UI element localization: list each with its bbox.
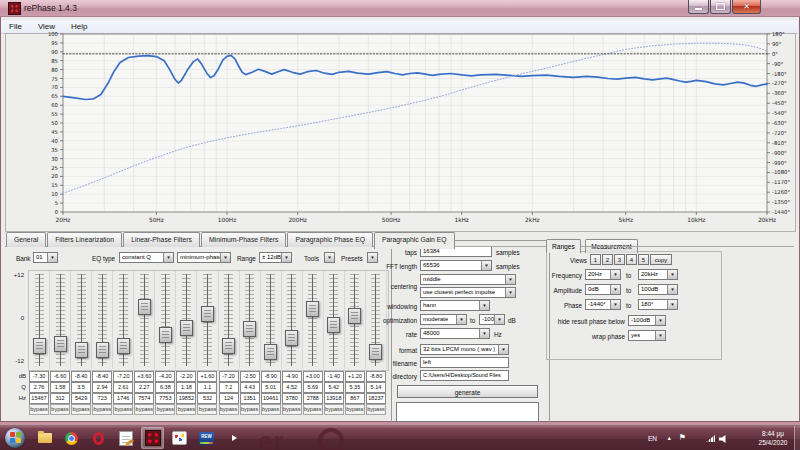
frequency-from-select[interactable]: 20Hz▼ <box>585 269 621 280</box>
eq-gain-slider-handle[interactable] <box>327 317 340 333</box>
bank-select[interactable]: 01▼ <box>33 252 58 263</box>
start-button[interactable] <box>5 428 25 448</box>
response-chart[interactable]: 0510152025303540455055606570758085909510… <box>2 32 798 232</box>
eq-bypass-toggle[interactable]: bypass <box>303 404 323 415</box>
eq-q-value[interactable]: 1.1 <box>197 382 217 393</box>
taskbar-paint[interactable] <box>168 427 191 449</box>
eq-q-value[interactable]: 5.14 <box>366 382 386 393</box>
eq-bypass-toggle[interactable]: bypass <box>261 404 281 415</box>
eq-bypass-toggle[interactable]: bypass <box>197 404 217 415</box>
eq-hz-value[interactable]: 15467 <box>29 393 49 404</box>
eq-bypass-toggle[interactable]: bypass <box>324 404 344 415</box>
taskbar-media-player[interactable] <box>222 427 245 449</box>
eq-gain-slider-handle[interactable] <box>96 342 109 358</box>
eq-q-value[interactable]: 2.27 <box>134 382 154 393</box>
eq-hz-value[interactable]: 3780 <box>282 393 302 404</box>
directory-input[interactable]: C:/Users/H/Desktop/Sound Files <box>420 370 509 381</box>
eq-q-value[interactable]: 7.2 <box>219 382 239 393</box>
range-select[interactable]: ± 12dB▼ <box>259 252 292 263</box>
eq-bypass-toggle[interactable]: bypass <box>176 404 196 415</box>
phase-to-select[interactable]: 180°▼ <box>638 299 678 310</box>
eq-hz-value[interactable]: 1351 <box>240 393 260 404</box>
eq-gain-slider-handle[interactable] <box>159 327 172 343</box>
eq-gain-slider-handle[interactable] <box>306 301 319 317</box>
action-center-flag-icon[interactable]: ⚑ <box>679 433 686 442</box>
eq-db-value[interactable]: -8.90 <box>261 371 281 382</box>
amplitude-from-select[interactable]: 0dB▼ <box>585 284 621 295</box>
restore-button[interactable] <box>710 0 731 14</box>
eq-phase-select[interactable]: minimum-phase▼ <box>177 252 231 263</box>
eq-bypass-toggle[interactable]: bypass <box>219 404 239 415</box>
eq-q-value[interactable]: 3.5 <box>71 382 91 393</box>
windowing-select[interactable]: hann▼ <box>420 300 490 311</box>
tab-filters-linearization[interactable]: Filters Linearization <box>47 232 122 247</box>
format-select[interactable]: 32 bits LPCM mono ( wav )▼ <box>420 344 509 355</box>
eq-bypass-toggle[interactable]: bypass <box>113 404 133 415</box>
eq-gain-slider-handle[interactable] <box>33 338 46 354</box>
eq-hz-value[interactable]: 1746 <box>113 393 133 404</box>
eq-db-value[interactable]: +3.00 <box>303 371 323 382</box>
eq-hz-value[interactable]: 19852 <box>176 393 196 404</box>
eq-gain-slider-handle[interactable] <box>285 330 298 346</box>
eq-hz-value[interactable]: 13918 <box>324 393 344 404</box>
eq-q-value[interactable]: 4.43 <box>240 382 260 393</box>
eq-bypass-toggle[interactable]: bypass <box>345 404 365 415</box>
close-button[interactable]: ✕ <box>732 0 761 14</box>
eq-gain-slider-handle[interactable] <box>180 320 193 336</box>
view-button-4[interactable]: 4 <box>626 254 637 265</box>
tab-linear-phase-filters[interactable]: Linear-Phase Filters <box>123 232 200 247</box>
eq-hz-value[interactable]: 532 <box>197 393 217 404</box>
eq-hz-value[interactable]: 10461 <box>261 393 281 404</box>
taskbar-opera[interactable] <box>87 427 110 449</box>
phase-from-select[interactable]: -1440°▼ <box>585 299 621 310</box>
output-log-box[interactable] <box>396 402 539 422</box>
view-button-3[interactable]: 3 <box>614 254 625 265</box>
eq-gain-slider-handle[interactable] <box>138 299 151 315</box>
eq-q-value[interactable]: 2.94 <box>92 382 112 393</box>
tab-paragraphic-phase-eq[interactable]: Paragraphic Phase EQ <box>287 232 373 247</box>
eq-db-value[interactable]: -4.90 <box>282 371 302 382</box>
eq-bypass-toggle[interactable]: bypass <box>92 404 112 415</box>
eq-gain-slider-handle[interactable] <box>54 336 67 352</box>
eq-db-value[interactable]: -7.20 <box>113 371 133 382</box>
eq-gain-slider-handle[interactable] <box>201 306 214 322</box>
eq-hz-value[interactable]: 5429 <box>71 393 91 404</box>
eq-bypass-toggle[interactable]: bypass <box>155 404 175 415</box>
view-button-1[interactable]: 1 <box>590 254 601 265</box>
view-button-5[interactable]: 5 <box>638 254 649 265</box>
taskbar-rew[interactable]: REW <box>195 427 218 449</box>
eq-db-value[interactable]: -1.40 <box>324 371 344 382</box>
frequency-to-select[interactable]: 20kHz▼ <box>638 269 678 280</box>
eq-bypass-toggle[interactable]: bypass <box>134 404 154 415</box>
tools-menu-button[interactable]: ▼ <box>324 252 335 263</box>
show-desktop-button[interactable] <box>794 426 800 450</box>
tab-paragraphic-gain-eq[interactable]: Paragraphic Gain EQ <box>374 232 455 249</box>
eq-hz-value[interactable]: 124 <box>219 393 239 404</box>
eq-q-value[interactable]: 6.38 <box>155 382 175 393</box>
eq-db-value[interactable]: +1.60 <box>197 371 217 382</box>
eq-hz-value[interactable]: 7574 <box>134 393 154 404</box>
eq-bypass-toggle[interactable]: bypass <box>366 404 386 415</box>
eq-hz-value[interactable]: 7753 <box>155 393 175 404</box>
amplitude-to-select[interactable]: 100dB▼ <box>638 284 678 295</box>
eq-type-select[interactable]: constant Q▼ <box>119 252 174 263</box>
eq-gain-slider-handle[interactable] <box>243 321 256 337</box>
network-icon[interactable] <box>706 435 715 442</box>
rate-select[interactable]: 48000▼ <box>420 328 490 339</box>
taskbar-rephase[interactable] <box>141 427 164 449</box>
hidden-icons-button[interactable]: ▲ <box>667 435 672 441</box>
eq-gain-slider-handle[interactable] <box>222 338 235 354</box>
filename-input[interactable]: left <box>420 357 509 368</box>
taskbar-notepad[interactable] <box>114 427 137 449</box>
title-bar[interactable]: rePhase 1.4.3 ✕ <box>0 0 800 17</box>
clock[interactable]: 8:44 μμ 25/4/2020 <box>750 429 796 447</box>
wrap-phase-select[interactable]: yes▼ <box>628 330 666 341</box>
eq-q-value[interactable]: 4.52 <box>282 382 302 393</box>
eq-db-value[interactable]: +3.60 <box>134 371 154 382</box>
taskbar-chrome[interactable] <box>60 427 83 449</box>
fft-length-select[interactable]: 65536▼ <box>420 260 492 271</box>
optimization-select[interactable]: moderate▼ <box>420 314 467 325</box>
optimization-db-select[interactable]: -100▼ <box>479 314 505 325</box>
eq-db-value[interactable]: -7.20 <box>219 371 239 382</box>
eq-db-value[interactable]: -2.20 <box>176 371 196 382</box>
